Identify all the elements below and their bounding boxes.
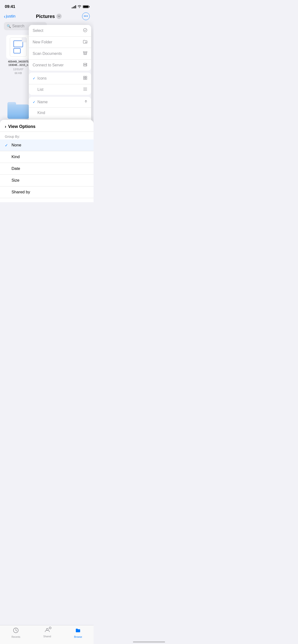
icons-check: ✓ bbox=[33, 76, 36, 80]
battery-icon bbox=[83, 5, 89, 8]
file-doc-icon bbox=[6, 35, 30, 59]
context-menu-actions: Select New Folder Scan Documents bbox=[29, 25, 91, 71]
back-label: justin bbox=[6, 14, 16, 19]
page-title: Pictures bbox=[36, 14, 55, 19]
file-name: 405449_3403975193048...3215_n bbox=[8, 60, 29, 67]
menu-item-icons[interactable]: ✓ Icons bbox=[29, 72, 91, 84]
svg-rect-15 bbox=[83, 78, 85, 80]
menu-item-select[interactable]: Select bbox=[29, 25, 91, 37]
server-icon bbox=[83, 63, 87, 68]
svg-rect-3 bbox=[84, 52, 87, 54]
menu-label-scan: Scan Documents bbox=[33, 52, 62, 56]
context-menu-view: ✓ Icons List bbox=[29, 72, 91, 95]
name-check: ✓ bbox=[33, 100, 36, 104]
sort-asc-icon bbox=[84, 100, 87, 104]
menu-item-sort-kind[interactable]: Kind bbox=[29, 108, 91, 118]
view-option-size[interactable]: Size bbox=[0, 175, 94, 186]
menu-label-list: List bbox=[33, 88, 43, 92]
menu-item-new-folder[interactable]: New Folder bbox=[29, 37, 91, 48]
menu-label-connect: Connect to Server bbox=[33, 63, 64, 67]
nav-bar: ‹ justin Pictures ••• bbox=[0, 12, 94, 22]
select-icon bbox=[83, 28, 87, 33]
svg-point-0 bbox=[83, 28, 87, 32]
nav-title-group: Pictures bbox=[36, 14, 62, 19]
group-by-label: Group By: bbox=[0, 132, 94, 140]
view-options-panel: › View Options Group By: ✓ None Kind Dat… bbox=[0, 120, 94, 202]
menu-label-kind: Kind bbox=[33, 111, 45, 115]
menu-item-sort-name[interactable]: ✓ Name bbox=[29, 97, 91, 108]
view-option-kind[interactable]: Kind bbox=[0, 151, 94, 163]
view-option-none[interactable]: ✓ None bbox=[0, 140, 94, 151]
view-option-shared-by-label: Shared by bbox=[12, 190, 30, 194]
svg-rect-13 bbox=[83, 76, 85, 78]
folder-icon bbox=[6, 101, 30, 120]
title-chevron-icon[interactable] bbox=[56, 14, 62, 19]
view-options-title: View Options bbox=[8, 124, 36, 129]
menu-item-list[interactable]: List bbox=[29, 84, 91, 95]
svg-point-11 bbox=[86, 64, 87, 64]
signal-bars-icon bbox=[72, 5, 76, 8]
menu-item-scan[interactable]: Scan Documents bbox=[29, 48, 91, 60]
view-option-date-label: Date bbox=[12, 166, 20, 171]
chevron-left-icon: ‹ bbox=[4, 14, 6, 19]
view-option-show-extensions[interactable]: Show All Extensions bbox=[0, 198, 94, 202]
svg-rect-16 bbox=[85, 78, 87, 80]
none-check-icon: ✓ bbox=[5, 143, 10, 148]
view-option-date[interactable]: Date bbox=[0, 163, 94, 175]
view-option-extensions-label: Show All Extensions bbox=[12, 202, 48, 202]
status-icons bbox=[72, 5, 89, 8]
svg-rect-14 bbox=[85, 76, 87, 78]
file-size: 66 KB bbox=[15, 72, 22, 74]
search-icon: 🔍 bbox=[7, 24, 11, 28]
menu-label-name: Name bbox=[37, 100, 48, 104]
more-button[interactable]: ••• bbox=[82, 12, 90, 20]
chevron-down-icon: › bbox=[5, 124, 6, 129]
view-option-none-label: None bbox=[12, 143, 21, 148]
menu-item-connect[interactable]: Connect to Server bbox=[29, 60, 91, 71]
svg-point-12 bbox=[86, 66, 87, 66]
status-time: 09:41 bbox=[5, 4, 15, 9]
view-option-kind-label: Kind bbox=[12, 154, 20, 159]
icons-grid-icon bbox=[83, 76, 87, 81]
file-date: 12/31/07 bbox=[13, 68, 24, 71]
scan-icon bbox=[83, 51, 87, 56]
search-placeholder: Search bbox=[12, 24, 25, 28]
list-icon bbox=[83, 88, 87, 92]
menu-label-icons: Icons bbox=[37, 76, 47, 80]
menu-label-select: Select bbox=[33, 28, 43, 33]
view-options-header: › View Options bbox=[0, 120, 94, 132]
more-dots-icon: ••• bbox=[84, 14, 88, 18]
menu-label-new-folder: New Folder bbox=[33, 40, 52, 44]
view-option-shared-by[interactable]: Shared by bbox=[0, 186, 94, 198]
wifi-icon bbox=[77, 5, 81, 8]
back-button[interactable]: ‹ justin bbox=[4, 14, 15, 19]
list-item[interactable]: 405449_3403975193048...3215_n 12/31/07 6… bbox=[4, 35, 33, 74]
svg-rect-4 bbox=[84, 52, 86, 54]
view-option-size-label: Size bbox=[12, 178, 20, 183]
new-folder-icon bbox=[83, 40, 87, 44]
status-bar: 09:41 bbox=[0, 0, 94, 12]
